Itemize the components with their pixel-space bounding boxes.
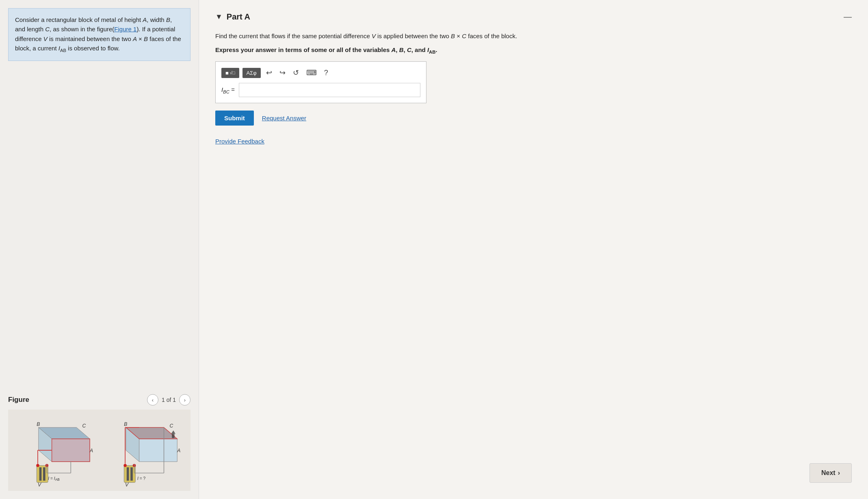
chevron-left-icon: ‹ <box>152 397 154 403</box>
submit-button[interactable]: Submit <box>215 111 254 126</box>
fraction-root-icon: ■ <box>225 70 229 76</box>
question-text-line2: Express your answer in terms of some or … <box>215 45 852 56</box>
left-panel: Consider a rectangular block of metal of… <box>0 0 199 499</box>
request-answer-link[interactable]: Request Answer <box>262 115 306 121</box>
figure-prev-btn[interactable]: ‹ <box>147 394 158 406</box>
figure-label: Figure <box>8 396 29 404</box>
svg-text:I = IAB: I = IAB <box>48 476 60 482</box>
next-icon: › <box>838 469 840 477</box>
svg-rect-28 <box>130 467 133 481</box>
answer-label-sub: BC <box>223 89 229 94</box>
right-panel: ▼ Part A — Find the current that flows i… <box>199 0 868 499</box>
answer-row: IBC = <box>221 83 420 97</box>
part-toggle[interactable]: ▼ <box>215 13 223 21</box>
svg-rect-27 <box>127 467 129 481</box>
keyboard-icon: ⌨ <box>306 69 317 77</box>
figure-image: B C A V <box>8 410 190 491</box>
root-icon: √□ <box>230 70 235 75</box>
fraction-root-button[interactable]: ■ √□ <box>221 68 239 78</box>
svg-point-10 <box>36 464 39 467</box>
help-button[interactable]: ? <box>322 68 330 78</box>
svg-text:C: C <box>82 423 86 429</box>
answer-label: IBC = <box>221 86 235 94</box>
help-icon: ? <box>324 69 328 77</box>
svg-text:I = ?: I = ? <box>137 476 146 481</box>
figure-header: Figure ‹ 1 of 1 › <box>8 394 190 406</box>
undo-button[interactable]: ↩ <box>264 67 274 78</box>
next-label: Next <box>821 469 836 477</box>
figure-next-btn[interactable]: › <box>179 394 190 406</box>
question-text-line1: Find the current that flows if the same … <box>215 31 852 41</box>
greek-icon: ΑΣφ <box>247 70 257 76</box>
minimize-icon[interactable]: — <box>844 12 852 22</box>
svg-text:B: B <box>37 421 40 427</box>
svg-point-29 <box>123 464 126 467</box>
problem-text: Consider a rectangular block of metal of… <box>15 16 181 52</box>
svg-text:B: B <box>124 421 127 427</box>
svg-rect-9 <box>43 467 45 481</box>
svg-rect-7 <box>37 465 48 482</box>
redo-icon: ↪ <box>279 69 286 77</box>
svg-marker-21 <box>139 439 177 462</box>
svg-rect-3 <box>52 439 90 462</box>
reset-icon: ↺ <box>293 69 299 77</box>
action-row: Submit Request Answer <box>215 111 852 126</box>
answer-input[interactable] <box>239 83 420 97</box>
chevron-right-icon: › <box>184 397 186 403</box>
svg-text:A: A <box>89 448 93 453</box>
undo-icon: ↩ <box>266 69 272 77</box>
provide-feedback-link[interactable]: Provide Feedback <box>215 138 264 145</box>
answer-toolbar: ■ √□ ΑΣφ ↩ ↪ ↺ ⌨ ? <box>221 67 420 78</box>
svg-rect-8 <box>39 467 42 481</box>
svg-text:C: C <box>170 423 173 429</box>
svg-text:A: A <box>177 448 180 453</box>
greek-symbols-button[interactable]: ΑΣφ <box>242 68 261 78</box>
problem-statement: Consider a rectangular block of metal of… <box>8 8 190 61</box>
answer-label-eq: = <box>231 86 235 93</box>
keyboard-button[interactable]: ⌨ <box>304 67 319 78</box>
reset-button[interactable]: ↺ <box>291 67 301 78</box>
figure-section: Figure ‹ 1 of 1 › <box>8 386 190 491</box>
figure-nav: ‹ 1 of 1 › <box>147 394 190 406</box>
figure-link[interactable]: Figure 1 <box>114 26 136 33</box>
svg-rect-26 <box>124 465 135 482</box>
part-header: ▼ Part A — <box>215 12 852 22</box>
redo-button[interactable]: ↪ <box>277 67 288 78</box>
part-title: Part A <box>227 12 250 22</box>
figure-nav-text: 1 of 1 <box>162 397 176 403</box>
answer-container: ■ √□ ΑΣφ ↩ ↪ ↺ ⌨ ? IBC <box>215 61 426 103</box>
next-button[interactable]: Next › <box>810 463 852 483</box>
